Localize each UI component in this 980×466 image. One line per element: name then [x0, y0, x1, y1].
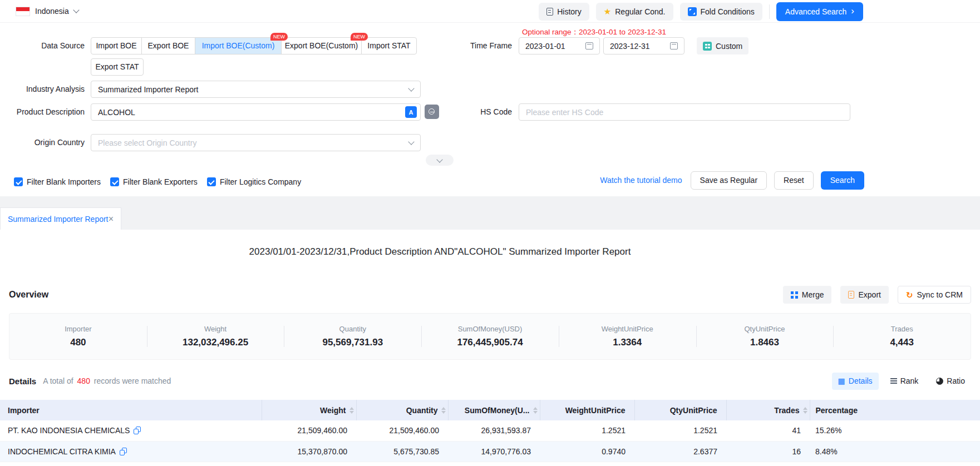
details-row: Details A total of 480 records were matc… [0, 371, 980, 391]
stat-qty-unit-price: QtyUnitPrice 1.8463 [696, 325, 834, 348]
cell-weight: 21,509,460.00 [262, 420, 356, 441]
tab-import-boe[interactable]: Import BOE [91, 37, 142, 54]
cell-weight: 15,370,870.00 [262, 441, 356, 462]
collapse-panel-button[interactable] [426, 155, 454, 166]
overview-row: Overview Merge Export ↻ Sync to CRM [0, 285, 980, 304]
merge-button[interactable]: Merge [783, 286, 832, 304]
sort-icon[interactable] [803, 407, 807, 414]
table-row: INDOCHEMICAL CITRA KIMIA 15,370,870.00 5… [0, 441, 980, 462]
origin-country-select[interactable]: Please select Origin Country [91, 134, 421, 151]
view-ratio-button[interactable]: Ratio [930, 373, 971, 390]
col-trades[interactable]: Trades [726, 400, 810, 420]
view-rank-button[interactable]: Rank [884, 373, 925, 390]
history-button[interactable]: History [539, 3, 589, 21]
tab-summarized-importer-report[interactable]: Summarized Importer Report × [0, 207, 121, 230]
view-details-button[interactable]: ▦ Details [832, 373, 879, 390]
sort-icon[interactable] [441, 407, 446, 414]
sort-icon[interactable] [533, 407, 538, 414]
cell-weight-unit-price: 0.9740 [540, 441, 634, 462]
translate-icon[interactable]: A [405, 106, 417, 118]
time-frame-label: Time Frame [423, 37, 512, 54]
tab-export-boe-custom[interactable]: Export BOE(Custom) NEW [281, 37, 362, 54]
product-description-input[interactable] [91, 103, 421, 121]
reset-button[interactable]: Reset [774, 171, 814, 190]
search-button[interactable]: Search [821, 171, 864, 190]
close-icon[interactable]: × [109, 215, 114, 224]
view-switcher: ▦ Details Rank Ratio [832, 373, 971, 390]
importer-name[interactable]: INDOCHEMICAL CITRA KIMIA [8, 447, 116, 456]
cell-sum-of-money: 14,970,776.03 [448, 441, 540, 462]
view-details-label: Details [849, 376, 873, 385]
history-icon [546, 8, 553, 16]
cell-sum-of-money: 26,931,593.87 [448, 420, 540, 441]
stat-quantity: Quantity 95,569,731.93 [284, 325, 421, 348]
result-tabbar: Summarized Importer Report × [0, 196, 980, 230]
col-weight-unit-price[interactable]: WeightUnitPrice [540, 400, 634, 420]
data-source-label: Data Source [0, 37, 85, 54]
sync-to-crm-label: Sync to CRM [917, 290, 963, 299]
tab-export-boe-custom-label: Export BOE(Custom) [285, 41, 358, 50]
chevron-down-icon [73, 7, 79, 13]
checkbox-checked-icon [110, 177, 119, 186]
col-trades-label: Trades [774, 406, 799, 415]
export-button[interactable]: Export [840, 286, 888, 304]
custom-icon [703, 42, 712, 51]
date-to-input[interactable]: 2023-12-31 [603, 37, 684, 54]
sort-icon[interactable] [349, 407, 354, 414]
regular-cond-button[interactable]: ★ Regular Cond. [596, 3, 673, 21]
tutorial-demo-link[interactable]: Watch the tutorial demo [600, 176, 682, 185]
col-weight-label: Weight [320, 406, 346, 415]
tab-import-stat[interactable]: Import STAT [361, 37, 417, 54]
stat-value: 95,569,731.93 [284, 337, 421, 348]
cell-qty-unit-price: 2.6377 [634, 441, 726, 462]
col-importer-label: Importer [8, 406, 40, 415]
tab-export-boe[interactable]: Export BOE [141, 37, 195, 54]
hs-code-input[interactable] [519, 103, 850, 121]
indonesia-flag-icon [16, 7, 30, 16]
filter-panel: Optional range：2023-01-01 to 2023-12-31 … [0, 23, 980, 196]
cell-quantity: 21,509,460.00 [356, 420, 448, 441]
save-as-regular-button[interactable]: Save as Regular [691, 171, 767, 190]
tab-import-boe-custom[interactable]: Import BOE(Custom) NEW [195, 37, 282, 54]
stat-importer: Importer 480 [9, 325, 147, 348]
filter-logistics-company-checkbox[interactable]: Filter Logitics Company [207, 177, 301, 186]
col-weight[interactable]: Weight [262, 400, 356, 420]
tab-export-stat[interactable]: Export STAT [91, 58, 144, 76]
stat-value: 1.8463 [696, 337, 834, 348]
chevron-down-icon [436, 156, 442, 162]
advanced-search-button[interactable]: Advanced Search › [776, 2, 863, 21]
star-icon: ★ [604, 7, 611, 16]
cell-trades: 41 [726, 420, 810, 441]
country-selector[interactable]: Indonesia [16, 0, 78, 22]
new-badge: NEW [270, 33, 288, 41]
stat-value: 4,443 [833, 337, 971, 348]
col-percentage[interactable]: Percentage [810, 400, 980, 420]
copy-icon[interactable] [120, 448, 127, 455]
col-qty-unit-price[interactable]: QtyUnitPrice [634, 400, 726, 420]
stat-label: QtyUnitPrice [696, 325, 834, 333]
product-description-field: A [91, 103, 421, 121]
col-importer[interactable]: Importer [0, 400, 262, 420]
divider [769, 4, 770, 19]
industry-analysis-label: Industry Analysis [0, 81, 85, 98]
filter-blank-importers-checkbox[interactable]: Filter Blank Importers [14, 177, 101, 186]
col-quantity[interactable]: Quantity [356, 400, 448, 420]
sync-to-crm-button[interactable]: ↻ Sync to CRM [898, 286, 971, 304]
col-sum-of-money[interactable]: SumOfMoney(U... [448, 400, 540, 420]
new-badge: NEW [351, 33, 368, 41]
industry-analysis-value: Summarized Importer Report [98, 85, 199, 94]
date-from-input[interactable]: 2023-01-01 [519, 37, 600, 54]
stat-value: 176,445,905.74 [421, 337, 559, 348]
copy-icon[interactable] [134, 427, 141, 434]
product-description-label: Product Description [0, 103, 85, 121]
fold-conditions-button[interactable]: Fold Conditions [680, 3, 762, 21]
report-content: 2023/01/01-2023/12/31,Product Descriptio… [0, 246, 980, 462]
industry-analysis-select[interactable]: Summarized Importer Report [91, 81, 421, 98]
filter-blank-exporters-label: Filter Blank Exporters [123, 177, 198, 186]
filter-blank-exporters-checkbox[interactable]: Filter Blank Exporters [110, 177, 198, 186]
importer-name[interactable]: PT. KAO INDONESIA CHEMICALS [8, 426, 130, 435]
col-qty-unit-price-label: QtyUnitPrice [670, 406, 717, 415]
col-quantity-label: Quantity [406, 406, 438, 415]
overview-stats-card: Importer 480 Weight 132,032,496.25 Quant… [9, 313, 971, 360]
custom-range-button[interactable]: Custom [697, 37, 748, 54]
